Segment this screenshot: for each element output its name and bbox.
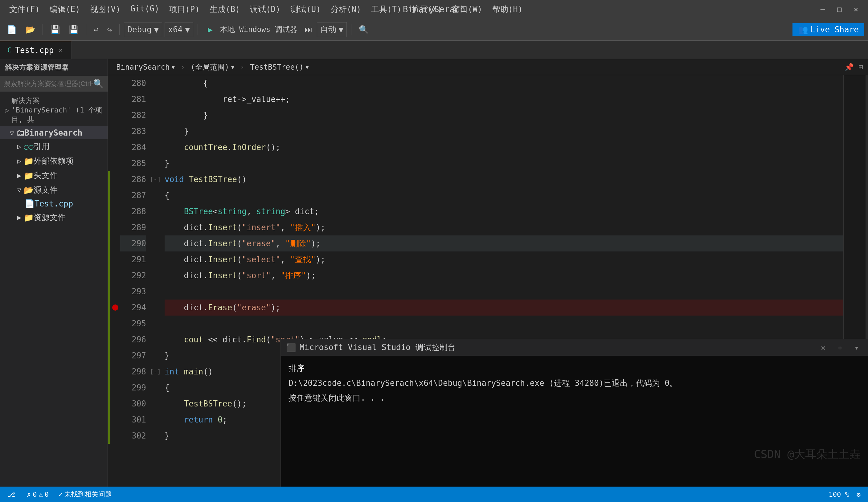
search-btn[interactable]: 🔍 bbox=[356, 24, 372, 35]
menu-project[interactable]: 项目(P) bbox=[165, 3, 204, 16]
chevron-down-icon: ▼ bbox=[172, 64, 175, 70]
code-area[interactable]: 280 281 282 283 284 285 286 287 288 289 … bbox=[108, 75, 868, 502]
fold-284 bbox=[151, 139, 160, 155]
tree-headers[interactable]: ▶ 📁 头文件 bbox=[0, 168, 107, 183]
debug-config-dropdown[interactable]: Debug ▼ bbox=[124, 22, 162, 37]
tree-sources[interactable]: ▽ 📂 源文件 bbox=[0, 183, 107, 197]
tree-resources[interactable]: ▶ 📁 资源文件 bbox=[0, 210, 107, 224]
tab-bar: C Test.cpp ✕ bbox=[0, 41, 868, 59]
open-btn[interactable]: 📂 bbox=[22, 24, 38, 35]
solution-explorer: 解决方案资源管理器 🔍 ▷ 解决方案 'BinarySerach' (1 个项目… bbox=[0, 59, 108, 502]
console-close-btn[interactable]: ✕ bbox=[817, 341, 830, 354]
minimize-button[interactable]: ─ bbox=[816, 2, 830, 16]
breadcrumb-scope3[interactable]: TestBSTree() ▼ bbox=[247, 61, 312, 73]
fold-280 bbox=[151, 75, 160, 91]
tree-ext-deps[interactable]: ▷ 📁 外部依赖项 bbox=[0, 154, 107, 168]
tree-project[interactable]: ▽ 🗂 BinarySearch bbox=[0, 126, 107, 139]
search-icon[interactable]: 🔍 bbox=[93, 79, 104, 89]
fold-294 bbox=[151, 300, 160, 316]
fold-286[interactable]: [-] bbox=[151, 171, 160, 187]
fold-283 bbox=[151, 123, 160, 139]
fold-300 bbox=[151, 396, 160, 412]
res-icon: 📁 bbox=[24, 213, 34, 222]
maximize-button[interactable]: □ bbox=[832, 2, 846, 16]
sidebar-search-input[interactable] bbox=[4, 80, 93, 88]
menu-git[interactable]: Git(G) bbox=[126, 3, 164, 16]
code-line-293 bbox=[165, 283, 843, 300]
menu-test[interactable]: 测试(U) bbox=[286, 3, 325, 16]
sep2 bbox=[86, 24, 86, 35]
sep4 bbox=[198, 24, 198, 35]
bp-299 bbox=[110, 380, 120, 396]
headers-icon: 📁 bbox=[24, 171, 34, 180]
status-errors[interactable]: ✗ 0 ⚠ 0 bbox=[24, 489, 51, 500]
breadcrumb-bar: BinarySearch ▼ › (全局范围) ▼ › TestBSTree()… bbox=[108, 59, 868, 75]
ref-label: 引用 bbox=[34, 141, 50, 152]
code-line-280: { bbox=[165, 75, 843, 91]
run-label[interactable]: 本地 Windows 调试器 bbox=[217, 23, 300, 36]
headers-expand-icon: ▶ bbox=[17, 172, 21, 179]
live-share-icon: 👥 bbox=[798, 25, 808, 34]
status-no-issues[interactable]: ✓ 未找到相关问题 bbox=[56, 489, 114, 500]
bp-301 bbox=[110, 412, 120, 428]
console-add-btn[interactable]: + bbox=[834, 341, 846, 354]
start-debug-btn[interactable]: ▶ bbox=[205, 24, 216, 35]
bp-294 bbox=[110, 300, 120, 316]
debug-console: ⬛ Microsoft Visual Studio 调试控制台 ✕ + ▾ 排序… bbox=[280, 339, 868, 487]
undo-btn[interactable]: ↩ bbox=[91, 24, 102, 35]
console-more-btn[interactable]: ▾ bbox=[850, 341, 863, 354]
save-all-btn[interactable]: 💾 bbox=[66, 24, 82, 35]
live-share-button[interactable]: 👥 Live Share bbox=[793, 23, 864, 36]
split-icon[interactable]: ⊞ bbox=[859, 63, 863, 72]
menu-help[interactable]: 帮助(H) bbox=[488, 3, 527, 16]
solution-label: 解决方案 'BinarySerach' (1 个项目, 共 bbox=[11, 96, 103, 125]
arch-dropdown[interactable]: x64 ▼ bbox=[165, 22, 193, 37]
menu-analyze[interactable]: 分析(N) bbox=[327, 3, 365, 16]
res-expand-icon: ▶ bbox=[17, 213, 21, 221]
redo-btn[interactable]: ↪ bbox=[104, 24, 115, 35]
status-bar: ⎇ ✗ 0 ⚠ 0 ✓ 未找到相关问题 100 % ⚙ bbox=[0, 487, 868, 502]
bp-293 bbox=[110, 283, 120, 300]
tab-test-cpp[interactable]: C Test.cpp ✕ bbox=[0, 41, 72, 59]
tree-solution[interactable]: ▷ 解决方案 'BinarySerach' (1 个项目, 共 bbox=[0, 94, 107, 126]
code-line-284: countTree.InOrder(); bbox=[165, 139, 843, 155]
fold-298[interactable]: [-] bbox=[151, 364, 160, 380]
breakpoint-area bbox=[110, 75, 120, 502]
menu-build[interactable]: 生成(B) bbox=[205, 3, 245, 16]
check-icon: ✓ bbox=[59, 491, 63, 498]
status-git[interactable]: ⎇ bbox=[5, 489, 19, 500]
breadcrumb-scope1[interactable]: BinarySearch ▼ bbox=[113, 61, 178, 73]
menu-debug[interactable]: 调试(D) bbox=[246, 3, 285, 16]
save-btn[interactable]: 💾 bbox=[47, 24, 63, 35]
code-line-283: } bbox=[165, 123, 843, 139]
status-zoom[interactable]: 100 % bbox=[826, 489, 852, 500]
menu-file[interactable]: 文件(F) bbox=[5, 3, 44, 16]
auto-dropdown[interactable]: 自动 ▼ bbox=[317, 22, 347, 37]
ref-expand-icon: ▷ bbox=[17, 143, 21, 150]
window-title: BinarySerach bbox=[403, 4, 465, 14]
code-line-281: ret->_value++; bbox=[165, 91, 843, 107]
tab-close-test-cpp[interactable]: ✕ bbox=[57, 45, 64, 54]
menu-view[interactable]: 视图(V) bbox=[86, 3, 125, 16]
extdeps-label: 外部依赖项 bbox=[34, 156, 74, 166]
new-project-btn[interactable]: 📄 bbox=[4, 24, 20, 35]
step-over-btn[interactable]: ⏭ bbox=[301, 24, 316, 35]
fold-282 bbox=[151, 107, 160, 123]
status-settings[interactable]: ⚙ bbox=[854, 489, 863, 500]
bp-291 bbox=[110, 251, 120, 268]
menu-tools[interactable]: 工具(T) bbox=[367, 3, 406, 16]
bp-289 bbox=[110, 219, 120, 236]
pin-icon[interactable]: 📌 bbox=[845, 63, 854, 72]
tree-test-cpp[interactable]: 📄 Test.cpp bbox=[0, 197, 107, 210]
breadcrumb-scope3-label: TestBSTree() bbox=[250, 63, 303, 72]
res-label: 资源文件 bbox=[34, 212, 66, 223]
fold-301 bbox=[151, 412, 160, 428]
close-button[interactable]: ✕ bbox=[849, 2, 863, 16]
console-output-1: 排序 bbox=[289, 361, 861, 376]
menu-edit[interactable]: 编辑(E) bbox=[45, 3, 84, 16]
tree-references[interactable]: ▷ ○○ 引用 bbox=[0, 139, 107, 154]
breadcrumb-scope2-label: (全局范围) bbox=[190, 62, 229, 72]
project-collapse-icon: ▽ bbox=[10, 129, 14, 137]
breadcrumb-scope2[interactable]: (全局范围) ▼ bbox=[187, 61, 238, 74]
bp-296 bbox=[110, 332, 120, 348]
